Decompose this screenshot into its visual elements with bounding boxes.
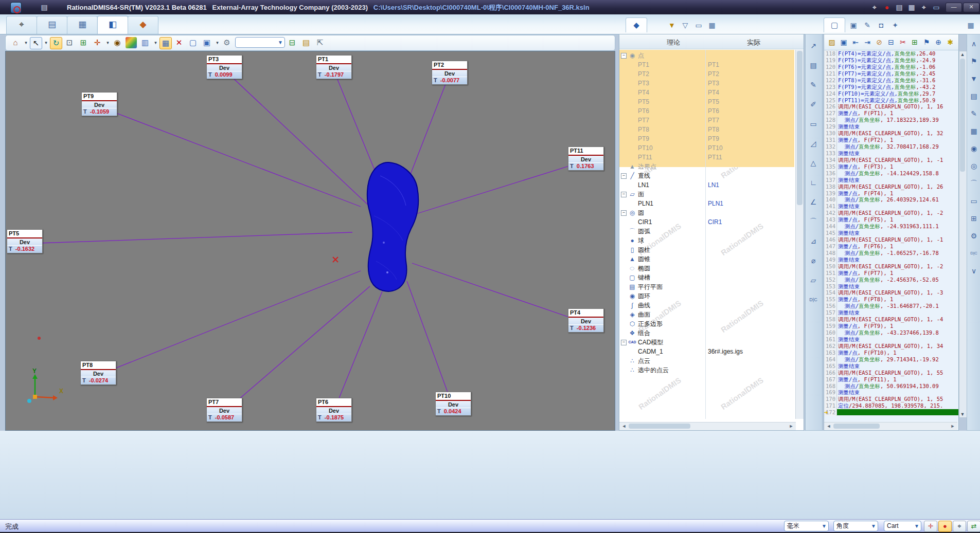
diameter-icon[interactable]: ⌀ [807, 254, 819, 267]
add-icon[interactable]: ⊞ [968, 212, 980, 225]
view-filter-combobox[interactable]: ▼ [235, 37, 285, 48]
tree-row-圆锥[interactable]: ▲圆锥 [619, 254, 794, 264]
tree-row-cir1[interactable]: CIR1CIR1 [619, 217, 794, 227]
code-line-156[interactable]: 156 测点/直角坐标, -31.646877,-20.1 [824, 303, 958, 309]
code-line-136[interactable]: 136 测点/直角坐标, -14.124429,158.8 [824, 170, 958, 177]
page-icon[interactable]: ▤ [807, 59, 819, 71]
code-line-132[interactable]: 132 测点/直角坐标, 32.708417,168.29 [824, 143, 958, 150]
window-list-icon[interactable]: ▤ [894, 2, 904, 12]
code-line-170[interactable]: 170调用/M(EASI_CLEARPLN_GOTO), 1, 55 [824, 396, 958, 402]
monitor-icon[interactable]: ▭ [693, 20, 704, 31]
deviation-label-pt1[interactable]: PT1DevT -0.1797 [316, 55, 352, 79]
open-folder-icon[interactable]: ▨ [826, 36, 838, 48]
monitor-icon[interactable]: ▭ [968, 195, 980, 207]
view-rotate-icon[interactable]: ↻ [50, 37, 62, 49]
tree-row-圆弧[interactable]: ⌒圆弧 [619, 227, 794, 236]
code-line-147[interactable]: 147测量/点, F(PT6), 1 [824, 243, 958, 250]
code-line-157[interactable]: 157测量结束 [824, 309, 958, 316]
tree-row-直线[interactable]: −╱直线 [619, 171, 794, 180]
coordinate-dropdown[interactable]: Cart▼ [884, 521, 921, 531]
tab-program[interactable]: ▢ [824, 17, 845, 32]
tree-row-曲面[interactable]: ◈曲面 [619, 310, 794, 319]
deviation-label-pt6[interactable]: PT6DevT -0.1875 [316, 398, 352, 422]
probe-change-icon[interactable]: ⇄ [967, 521, 980, 532]
code-line-169[interactable]: 169测量结束 [824, 389, 958, 396]
code-line-149[interactable]: 149测量结束 [824, 256, 958, 263]
tree-row-点[interactable]: −◉点 [619, 51, 794, 60]
code-line-126[interactable]: 126调用/M(EASI_CLEARPLN_GOTO), 1, 16 [824, 103, 958, 110]
page-edit-icon[interactable]: ✎ [862, 20, 873, 31]
flag-icon[interactable]: ⚑ [921, 36, 932, 48]
tree-row-pt3[interactable]: PT3PT3 [619, 79, 794, 88]
tree-row-圆[interactable]: −◎圆 [619, 208, 794, 217]
eye-icon[interactable]: ◉ [112, 37, 123, 48]
wedge-icon[interactable]: ⊿ [807, 235, 819, 247]
tree-row-正多边形[interactable]: ⬡正多边形 [619, 319, 794, 328]
caret-down-icon[interactable]: ▾ [215, 37, 220, 48]
plane-gauge-icon[interactable]: ▱ [807, 274, 819, 286]
tree-row-ln1[interactable]: LN1LN1 [619, 180, 794, 190]
caret-down-icon[interactable]: ▾ [24, 37, 28, 48]
tree-row-选中的点云[interactable]: ∴选中的点云 [619, 365, 794, 375]
tree-row-圆环[interactable]: ◉圆环 [619, 291, 794, 301]
monitor-sync-icon[interactable]: ▭ [931, 2, 941, 12]
probe-ball-icon[interactable]: ● [938, 521, 952, 532]
code-line-146[interactable]: 146调用/M(EASI_CLEARPLN_GOTO), 1, -1 [824, 236, 958, 243]
tree-row-cad模型[interactable]: −CADCAD模型 [619, 338, 794, 347]
book-icon[interactable]: ▤ [968, 90, 980, 102]
export-program-icon[interactable]: ⊟ [287, 37, 298, 48]
tree-row-pt11[interactable]: PT11PT11 [619, 153, 794, 162]
code-line-129[interactable]: 129测量结束 [824, 123, 958, 130]
cut-icon[interactable]: ✂ [897, 36, 908, 48]
tree-row-pt1[interactable]: PT1PT1 [619, 60, 794, 69]
tree-row-pt5[interactable]: PT5PT5 [619, 97, 794, 106]
code-line-131[interactable]: 131测量/点, F(PT2), 1 [824, 137, 958, 143]
code-line-160[interactable]: 160 测点/直角坐标, -43.237466,139.8 [824, 329, 958, 336]
tab-document[interactable]: ▤ [37, 16, 67, 34]
save-icon[interactable]: ▣ [201, 37, 212, 48]
expand-toggle-icon[interactable]: − [621, 340, 627, 345]
units-dropdown[interactable]: 毫米▼ [784, 521, 829, 531]
tree-row-pt8[interactable]: PT8PT8 [619, 125, 794, 134]
camera-icon[interactable]: ◘ [876, 20, 887, 31]
code-line-123[interactable]: 123F(PT9)=元素定义/点,直角坐标,-43.2 [824, 84, 958, 90]
deviation-label-pt3[interactable]: PT3DevT 0.0099 [206, 55, 242, 79]
code-line-122[interactable]: 122F(PT8)=元素定义/点,直角坐标,-31.6 [824, 77, 958, 84]
probe-icon[interactable]: ⌖ [953, 521, 966, 532]
pan-arrow-icon[interactable]: ↗ [807, 40, 819, 52]
filter-y-icon[interactable]: ▽ [680, 20, 691, 31]
layout-panels-icon[interactable]: ▥ [139, 37, 151, 48]
tree-row-平行平面[interactable]: ▤平行平面 [619, 282, 794, 291]
probe-cursor-icon[interactable]: ⇱ [314, 37, 326, 48]
settings-icon[interactable]: ⚙ [221, 37, 233, 48]
code-line-120[interactable]: 120F(PT6)=元素定义/点,直角坐标,-1.06 [824, 64, 958, 70]
target-icon[interactable]: ◎ [968, 160, 980, 172]
outdent-icon[interactable]: ⇤ [850, 36, 861, 48]
code-line-167[interactable]: 167测量/点, F(PT11), 1 [824, 376, 958, 383]
tab-table[interactable]: ▦ [67, 16, 98, 34]
arc-gauge-icon[interactable]: ⌒ [807, 215, 819, 228]
square-angle-icon[interactable]: ∟ [807, 176, 819, 189]
new-item-icon[interactable]: ▢ [187, 37, 199, 48]
3d-viewport[interactable]: Y X PT3DevT 0.0099PT1DevT -0.1797PT2DevT… [5, 51, 615, 431]
deviation-label-pt8[interactable]: PT8DevT -0.0274 [80, 361, 116, 385]
tree-horizontal-scrollbar[interactable]: ◄► [619, 422, 796, 430]
code-line-124[interactable]: 124F(PT10)=元素定义/点,直角坐标,29.7 [824, 90, 958, 97]
zoom-window-icon[interactable]: ⊡ [64, 37, 75, 48]
tree-row-点云[interactable]: ∴点云 [619, 356, 794, 365]
add-list-icon[interactable]: ⊕ [933, 36, 944, 48]
code-line-148[interactable]: 148 测点/直角坐标, -1.065257,-16.78 [824, 250, 958, 256]
deviation-label-pt10[interactable]: PT10DevT 0.0424 [435, 392, 471, 416]
probe-icon[interactable]: ⌖ [919, 2, 929, 12]
tree-row-椭圆[interactable]: ◌椭圆 [619, 264, 794, 273]
expand-toggle-icon[interactable]: − [621, 173, 627, 179]
tree-row-pln1[interactable]: PLN1PLN1 [619, 199, 794, 208]
cage-tool-icon[interactable]: ▤ [300, 37, 312, 48]
code-line-141[interactable]: 141测量结束 [824, 203, 958, 210]
coord-system-icon[interactable]: ✛ [924, 521, 937, 532]
tree-vertical-scrollbar[interactable] [795, 50, 804, 419]
probe-alarm-icon[interactable]: ⌖ [869, 2, 880, 12]
code-line-127[interactable]: 127测量/点, F(PT1), 1 [824, 110, 958, 117]
grid-panels-icon[interactable]: ▦ [159, 37, 172, 49]
document-menu-icon[interactable]: ▤ [39, 2, 49, 12]
